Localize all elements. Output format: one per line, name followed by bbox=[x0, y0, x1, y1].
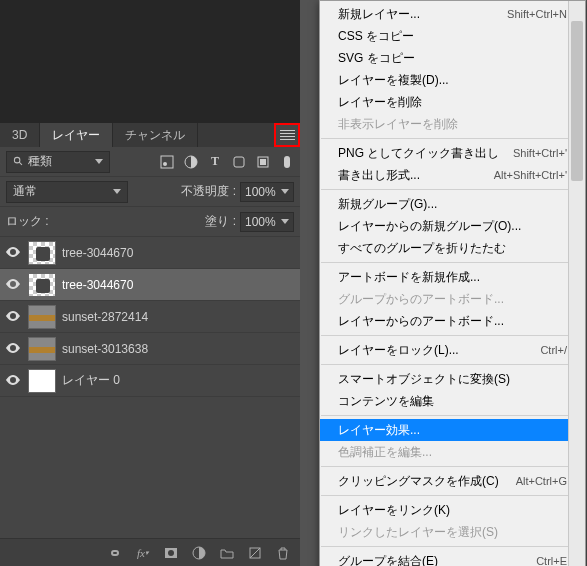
menu-item-shortcut: Ctrl+E bbox=[536, 555, 567, 566]
filter-adjust-icon[interactable] bbox=[184, 155, 198, 169]
layer-row[interactable]: sunset-2872414 bbox=[0, 301, 300, 333]
panel-menu-button[interactable] bbox=[274, 123, 300, 147]
layer-thumbnail[interactable] bbox=[28, 241, 56, 265]
menu-item-label: 非表示レイヤーを削除 bbox=[338, 116, 458, 133]
adjustment-icon[interactable] bbox=[192, 546, 206, 560]
filter-switch[interactable] bbox=[280, 155, 294, 169]
menu-item: 色調補正を編集... bbox=[320, 441, 585, 463]
blend-row: 通常 不透明度 : 100% bbox=[0, 177, 300, 207]
menu-item-label: リンクしたレイヤーを選択(S) bbox=[338, 524, 498, 541]
dropdown-icon bbox=[281, 219, 289, 224]
filter-select[interactable]: 種類 bbox=[6, 151, 110, 173]
menu-item-shortcut: Alt+Shift+Ctrl+' bbox=[494, 169, 567, 181]
layer-row[interactable]: sunset-3013638 bbox=[0, 333, 300, 365]
menu-item[interactable]: クリッピングマスクを作成(C)Alt+Ctrl+G bbox=[320, 470, 585, 492]
menu-item-label: レイヤーを削除 bbox=[338, 94, 422, 111]
opacity-field[interactable]: 100% bbox=[240, 182, 294, 202]
menu-item[interactable]: レイヤーからのアートボード... bbox=[320, 310, 585, 332]
layer-row[interactable]: tree-3044670 bbox=[0, 237, 300, 269]
menu-item-label: グループからのアートボード... bbox=[338, 291, 504, 308]
layer-thumbnail[interactable] bbox=[28, 369, 56, 393]
visibility-icon[interactable] bbox=[4, 374, 22, 388]
layer-row[interactable]: tree-3044670 bbox=[0, 269, 300, 301]
visibility-icon[interactable] bbox=[4, 246, 22, 260]
blend-mode-select[interactable]: 通常 bbox=[6, 181, 128, 203]
tab-3d[interactable]: 3D bbox=[0, 123, 40, 147]
menu-item[interactable]: 新規グループ(G)... bbox=[320, 193, 585, 215]
menu-item[interactable]: グループを結合(E)Ctrl+E bbox=[320, 550, 585, 566]
menu-item[interactable]: アートボードを新規作成... bbox=[320, 266, 585, 288]
tab-channels[interactable]: チャンネル bbox=[113, 123, 198, 147]
layer-thumbnail[interactable] bbox=[28, 273, 56, 297]
layer-thumbnail[interactable] bbox=[28, 305, 56, 329]
svg-point-15 bbox=[168, 550, 174, 556]
layer-name: tree-3044670 bbox=[62, 246, 300, 260]
menu-item[interactable]: レイヤーを複製(D)... bbox=[320, 69, 585, 91]
fill-field[interactable]: 100% bbox=[240, 212, 294, 232]
layer-name: レイヤー 0 bbox=[62, 372, 300, 389]
menu-separator bbox=[321, 335, 584, 336]
layer-name: sunset-3013638 bbox=[62, 342, 300, 356]
menu-item-label: クリッピングマスクを作成(C) bbox=[338, 473, 499, 490]
menu-item[interactable]: レイヤー効果... bbox=[320, 419, 585, 441]
menu-item[interactable]: レイヤーをリンク(K) bbox=[320, 499, 585, 521]
menu-item: 非表示レイヤーを削除 bbox=[320, 113, 585, 135]
layer-name: sunset-2872414 bbox=[62, 310, 300, 324]
tab-layers[interactable]: レイヤー bbox=[40, 123, 113, 147]
lock-row: ロック : 塗り : 100% bbox=[0, 207, 300, 237]
menu-item-label: 新規グループ(G)... bbox=[338, 196, 437, 213]
menu-separator bbox=[321, 262, 584, 263]
menu-item[interactable]: すべてのグループを折りたたむ bbox=[320, 237, 585, 259]
menu-item-label: アートボードを新規作成... bbox=[338, 269, 480, 286]
menu-separator bbox=[321, 546, 584, 547]
filter-pixel-icon[interactable] bbox=[160, 155, 174, 169]
menu-item-label: レイヤーをリンク(K) bbox=[338, 502, 450, 519]
mask-icon[interactable] bbox=[164, 546, 178, 560]
visibility-icon[interactable] bbox=[4, 310, 22, 324]
opacity-label: 不透明度 : bbox=[181, 183, 236, 200]
group-icon[interactable] bbox=[220, 546, 234, 560]
visibility-icon[interactable] bbox=[4, 278, 22, 292]
layer-thumbnail[interactable] bbox=[28, 337, 56, 361]
menu-item-label: PNG としてクイック書き出し bbox=[338, 145, 499, 162]
blend-mode-value: 通常 bbox=[13, 183, 37, 200]
canvas-area bbox=[0, 0, 300, 123]
scrollbar[interactable] bbox=[568, 1, 585, 566]
filter-type-icon[interactable]: T bbox=[208, 155, 222, 169]
menu-item-label: 書き出し形式... bbox=[338, 167, 420, 184]
menu-item[interactable]: コンテンツを編集 bbox=[320, 390, 585, 412]
menu-item[interactable]: SVG をコピー bbox=[320, 47, 585, 69]
svg-rect-7 bbox=[260, 159, 266, 165]
filter-shape-icon[interactable] bbox=[232, 155, 246, 169]
menu-item-label: SVG をコピー bbox=[338, 50, 415, 67]
layer-row[interactable]: レイヤー 0 bbox=[0, 365, 300, 397]
fx-icon[interactable]: fx▾ bbox=[136, 546, 150, 560]
menu-item[interactable]: レイヤーからの新規グループ(O)... bbox=[320, 215, 585, 237]
menu-item-shortcut: Alt+Ctrl+G bbox=[516, 475, 567, 487]
menu-item[interactable]: レイヤーをロック(L)...Ctrl+/ bbox=[320, 339, 585, 361]
scrollbar-thumb[interactable] bbox=[571, 21, 583, 181]
menu-item[interactable]: CSS をコピー bbox=[320, 25, 585, 47]
layers-panel: 3D レイヤー チャンネル 種類 T 通常 不透明度 : bbox=[0, 123, 300, 566]
svg-line-1 bbox=[19, 162, 22, 165]
menu-item-label: CSS をコピー bbox=[338, 28, 414, 45]
menu-item[interactable]: スマートオブジェクトに変換(S) bbox=[320, 368, 585, 390]
visibility-icon[interactable] bbox=[4, 342, 22, 356]
dropdown-icon bbox=[281, 189, 289, 194]
menu-separator bbox=[321, 495, 584, 496]
trash-icon[interactable] bbox=[276, 546, 290, 560]
menu-item-label: コンテンツを編集 bbox=[338, 393, 434, 410]
menu-item[interactable]: PNG としてクイック書き出しShift+Ctrl+' bbox=[320, 142, 585, 164]
opacity-value: 100% bbox=[245, 185, 276, 199]
menu-item[interactable]: 書き出し形式...Alt+Shift+Ctrl+' bbox=[320, 164, 585, 186]
new-layer-icon[interactable] bbox=[248, 546, 262, 560]
menu-item-label: レイヤーをロック(L)... bbox=[338, 342, 459, 359]
menu-item-label: グループを結合(E) bbox=[338, 553, 438, 567]
link-icon[interactable] bbox=[108, 546, 122, 560]
fill-value: 100% bbox=[245, 215, 276, 229]
menu-item[interactable]: 新規レイヤー...Shift+Ctrl+N bbox=[320, 3, 585, 25]
menu-item-label: レイヤー効果... bbox=[338, 422, 420, 439]
filter-smart-icon[interactable] bbox=[256, 155, 270, 169]
menu-item-label: スマートオブジェクトに変換(S) bbox=[338, 371, 510, 388]
menu-item[interactable]: レイヤーを削除 bbox=[320, 91, 585, 113]
